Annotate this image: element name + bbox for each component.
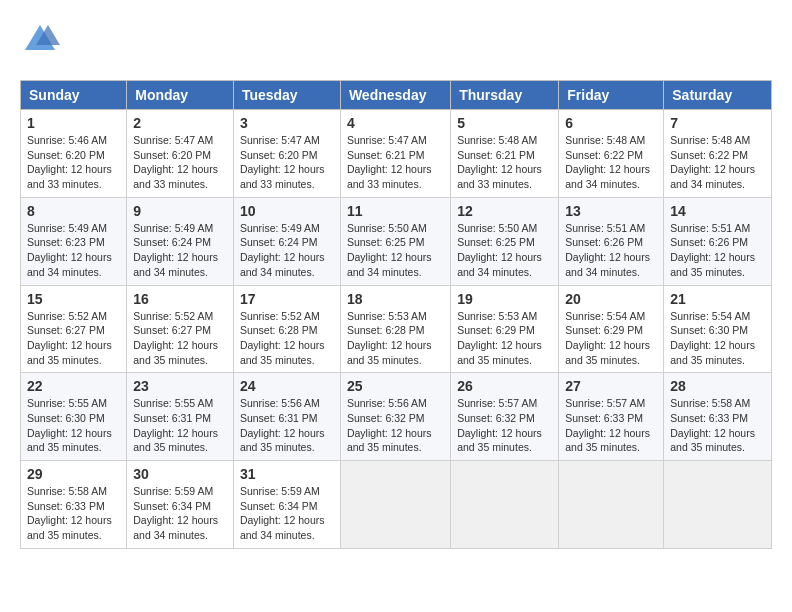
calendar-cell: 24 Sunrise: 5:56 AMSunset: 6:31 PMDaylig… [233,373,340,461]
day-number: 31 [240,466,334,482]
day-info: Sunrise: 5:51 AMSunset: 6:26 PMDaylight:… [565,222,650,278]
calendar-cell: 16 Sunrise: 5:52 AMSunset: 6:27 PMDaylig… [127,285,234,373]
day-info: Sunrise: 5:49 AMSunset: 6:24 PMDaylight:… [240,222,325,278]
day-info: Sunrise: 5:49 AMSunset: 6:23 PMDaylight:… [27,222,112,278]
calendar-cell: 7 Sunrise: 5:48 AMSunset: 6:22 PMDayligh… [664,110,772,198]
day-number: 22 [27,378,120,394]
day-info: Sunrise: 5:50 AMSunset: 6:25 PMDaylight:… [347,222,432,278]
calendar-week-5: 29 Sunrise: 5:58 AMSunset: 6:33 PMDaylig… [21,461,772,549]
calendar-week-3: 15 Sunrise: 5:52 AMSunset: 6:27 PMDaylig… [21,285,772,373]
calendar-table: SundayMondayTuesdayWednesdayThursdayFrid… [20,80,772,549]
calendar-cell: 15 Sunrise: 5:52 AMSunset: 6:27 PMDaylig… [21,285,127,373]
calendar-week-4: 22 Sunrise: 5:55 AMSunset: 6:30 PMDaylig… [21,373,772,461]
calendar-cell [559,461,664,549]
weekday-header-wednesday: Wednesday [340,81,450,110]
calendar-cell: 1 Sunrise: 5:46 AMSunset: 6:20 PMDayligh… [21,110,127,198]
day-info: Sunrise: 5:56 AMSunset: 6:32 PMDaylight:… [347,397,432,453]
calendar-cell: 31 Sunrise: 5:59 AMSunset: 6:34 PMDaylig… [233,461,340,549]
weekday-header-sunday: Sunday [21,81,127,110]
calendar-cell: 22 Sunrise: 5:55 AMSunset: 6:30 PMDaylig… [21,373,127,461]
day-number: 26 [457,378,552,394]
day-number: 10 [240,203,334,219]
day-info: Sunrise: 5:57 AMSunset: 6:32 PMDaylight:… [457,397,542,453]
day-info: Sunrise: 5:50 AMSunset: 6:25 PMDaylight:… [457,222,542,278]
calendar-cell: 23 Sunrise: 5:55 AMSunset: 6:31 PMDaylig… [127,373,234,461]
calendar-cell: 3 Sunrise: 5:47 AMSunset: 6:20 PMDayligh… [233,110,340,198]
logo [20,20,64,64]
calendar-cell: 28 Sunrise: 5:58 AMSunset: 6:33 PMDaylig… [664,373,772,461]
day-number: 27 [565,378,657,394]
day-number: 15 [27,291,120,307]
day-info: Sunrise: 5:54 AMSunset: 6:30 PMDaylight:… [670,310,755,366]
calendar-cell [664,461,772,549]
calendar-cell: 27 Sunrise: 5:57 AMSunset: 6:33 PMDaylig… [559,373,664,461]
day-number: 23 [133,378,227,394]
day-number: 8 [27,203,120,219]
day-number: 12 [457,203,552,219]
weekday-header-row: SundayMondayTuesdayWednesdayThursdayFrid… [21,81,772,110]
weekday-header-friday: Friday [559,81,664,110]
day-info: Sunrise: 5:58 AMSunset: 6:33 PMDaylight:… [670,397,755,453]
calendar-cell: 6 Sunrise: 5:48 AMSunset: 6:22 PMDayligh… [559,110,664,198]
calendar-cell [451,461,559,549]
day-number: 19 [457,291,552,307]
calendar-cell: 18 Sunrise: 5:53 AMSunset: 6:28 PMDaylig… [340,285,450,373]
day-info: Sunrise: 5:52 AMSunset: 6:28 PMDaylight:… [240,310,325,366]
logo-icon [20,20,60,64]
day-number: 11 [347,203,444,219]
calendar-cell: 11 Sunrise: 5:50 AMSunset: 6:25 PMDaylig… [340,197,450,285]
day-number: 20 [565,291,657,307]
day-info: Sunrise: 5:47 AMSunset: 6:21 PMDaylight:… [347,134,432,190]
day-info: Sunrise: 5:59 AMSunset: 6:34 PMDaylight:… [240,485,325,541]
calendar-cell: 10 Sunrise: 5:49 AMSunset: 6:24 PMDaylig… [233,197,340,285]
day-info: Sunrise: 5:54 AMSunset: 6:29 PMDaylight:… [565,310,650,366]
day-info: Sunrise: 5:53 AMSunset: 6:28 PMDaylight:… [347,310,432,366]
calendar-cell [340,461,450,549]
day-number: 5 [457,115,552,131]
weekday-header-monday: Monday [127,81,234,110]
day-info: Sunrise: 5:52 AMSunset: 6:27 PMDaylight:… [133,310,218,366]
day-number: 21 [670,291,765,307]
day-info: Sunrise: 5:59 AMSunset: 6:34 PMDaylight:… [133,485,218,541]
day-number: 3 [240,115,334,131]
day-info: Sunrise: 5:55 AMSunset: 6:31 PMDaylight:… [133,397,218,453]
day-number: 17 [240,291,334,307]
day-info: Sunrise: 5:49 AMSunset: 6:24 PMDaylight:… [133,222,218,278]
day-number: 25 [347,378,444,394]
day-number: 29 [27,466,120,482]
day-info: Sunrise: 5:51 AMSunset: 6:26 PMDaylight:… [670,222,755,278]
weekday-header-tuesday: Tuesday [233,81,340,110]
calendar-cell: 8 Sunrise: 5:49 AMSunset: 6:23 PMDayligh… [21,197,127,285]
day-info: Sunrise: 5:48 AMSunset: 6:22 PMDaylight:… [565,134,650,190]
calendar-cell: 13 Sunrise: 5:51 AMSunset: 6:26 PMDaylig… [559,197,664,285]
day-number: 14 [670,203,765,219]
calendar-cell: 21 Sunrise: 5:54 AMSunset: 6:30 PMDaylig… [664,285,772,373]
day-info: Sunrise: 5:48 AMSunset: 6:21 PMDaylight:… [457,134,542,190]
calendar-cell: 12 Sunrise: 5:50 AMSunset: 6:25 PMDaylig… [451,197,559,285]
calendar-cell: 14 Sunrise: 5:51 AMSunset: 6:26 PMDaylig… [664,197,772,285]
day-number: 18 [347,291,444,307]
day-number: 13 [565,203,657,219]
calendar-cell: 19 Sunrise: 5:53 AMSunset: 6:29 PMDaylig… [451,285,559,373]
calendar-week-1: 1 Sunrise: 5:46 AMSunset: 6:20 PMDayligh… [21,110,772,198]
day-info: Sunrise: 5:48 AMSunset: 6:22 PMDaylight:… [670,134,755,190]
day-number: 2 [133,115,227,131]
day-number: 9 [133,203,227,219]
calendar-cell: 9 Sunrise: 5:49 AMSunset: 6:24 PMDayligh… [127,197,234,285]
calendar-cell: 20 Sunrise: 5:54 AMSunset: 6:29 PMDaylig… [559,285,664,373]
calendar-cell: 17 Sunrise: 5:52 AMSunset: 6:28 PMDaylig… [233,285,340,373]
day-info: Sunrise: 5:53 AMSunset: 6:29 PMDaylight:… [457,310,542,366]
day-info: Sunrise: 5:55 AMSunset: 6:30 PMDaylight:… [27,397,112,453]
calendar-cell: 26 Sunrise: 5:57 AMSunset: 6:32 PMDaylig… [451,373,559,461]
day-info: Sunrise: 5:47 AMSunset: 6:20 PMDaylight:… [133,134,218,190]
calendar-cell: 2 Sunrise: 5:47 AMSunset: 6:20 PMDayligh… [127,110,234,198]
day-number: 28 [670,378,765,394]
weekday-header-thursday: Thursday [451,81,559,110]
day-number: 1 [27,115,120,131]
day-info: Sunrise: 5:47 AMSunset: 6:20 PMDaylight:… [240,134,325,190]
day-info: Sunrise: 5:56 AMSunset: 6:31 PMDaylight:… [240,397,325,453]
day-number: 24 [240,378,334,394]
day-info: Sunrise: 5:58 AMSunset: 6:33 PMDaylight:… [27,485,112,541]
day-number: 7 [670,115,765,131]
day-info: Sunrise: 5:46 AMSunset: 6:20 PMDaylight:… [27,134,112,190]
